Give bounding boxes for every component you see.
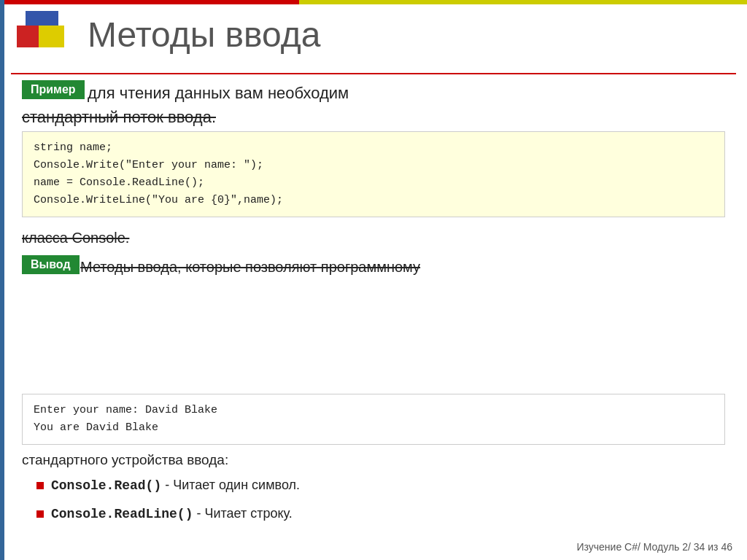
code-line-2: Console.Write("Enter your name: "); bbox=[34, 157, 713, 174]
title-divider bbox=[11, 73, 736, 74]
text-line-methods: Методы ввода, которые позволяют программ… bbox=[22, 259, 420, 276]
left-decoration-bar bbox=[0, 0, 4, 560]
bullet-item-read: Console.Read() - Читает один символ. bbox=[36, 478, 300, 493]
page-title: Методы ввода bbox=[88, 15, 320, 55]
logo-yellow-block bbox=[39, 26, 64, 47]
main-content: Пример для чтения данных вам необходим с… bbox=[22, 80, 725, 531]
top-decoration-bar bbox=[0, 0, 747, 4]
bullet-list: Console.Read() - Читает один символ. Con… bbox=[36, 478, 300, 534]
code-line-4: Console.WriteLine("You are {0}",name); bbox=[34, 192, 713, 209]
footer-text: Изучение C#/ Модуль 2/ 34 из 46 bbox=[576, 541, 732, 553]
intro-text-line-2: стандартный поток ввода. bbox=[22, 108, 216, 127]
bullet-square-icon-2 bbox=[36, 510, 44, 518]
primer-badge: Пример bbox=[22, 80, 85, 99]
output-line-1: Enter your name: David Blake bbox=[34, 402, 713, 419]
output-block: Enter your name: David Blake You are Dav… bbox=[22, 394, 725, 445]
logo-area bbox=[11, 7, 77, 62]
output-line-2: You are David Blake bbox=[34, 419, 713, 437]
text-line-class-console: класса Console. bbox=[22, 230, 129, 246]
text-standard-device: стандартного устройства ввода: bbox=[22, 452, 228, 468]
bullet-item-readline-text: Console.ReadLine() - Читает строку. bbox=[51, 506, 293, 521]
code-line-1: string name; bbox=[34, 139, 713, 157]
code-example-block: string name; Console.Write("Enter your n… bbox=[22, 131, 725, 217]
bullet-item-read-text: Console.Read() - Читает один символ. bbox=[51, 478, 300, 493]
bullet-item-readline: Console.ReadLine() - Читает строку. bbox=[36, 506, 300, 521]
vyvod-badge: Вывод bbox=[22, 255, 80, 274]
code-line-3: name = Console.ReadLine(); bbox=[34, 174, 713, 192]
bullet-square-icon bbox=[36, 482, 44, 489]
